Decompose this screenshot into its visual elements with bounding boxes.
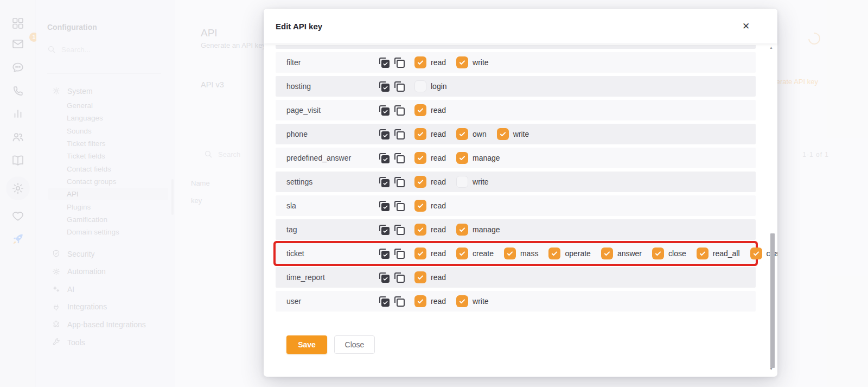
scroll-up-arrow[interactable]: ▲ [769, 46, 773, 49]
checkbox-checked-mass[interactable] [504, 248, 516, 259]
checkbox-checked-read[interactable] [414, 200, 426, 212]
copy-permissions-icon[interactable] [394, 248, 405, 259]
checkbox-checked-operate[interactable] [548, 248, 560, 259]
checkbox-checked-write[interactable] [497, 128, 509, 140]
save-button[interactable]: Save [286, 335, 327, 354]
cancel-button[interactable]: Close [334, 335, 375, 354]
copy-permissions-icon[interactable] [394, 296, 405, 307]
permission-row-phone: phonereadownwrite [276, 124, 756, 144]
checkbox-checked-change_state[interactable] [750, 248, 762, 259]
modal-title: Edit API key [276, 22, 322, 31]
permission-resource-name: ticket [286, 249, 379, 258]
checkbox-checked-manage[interactable] [456, 224, 468, 236]
stack-front [397, 227, 405, 235]
checkbox-checked-create[interactable] [456, 248, 468, 259]
permission-label: write [473, 297, 489, 306]
select-all-permissions-icon[interactable] [379, 153, 390, 164]
stack-front [381, 107, 390, 116]
modal-scrollbar-thumb[interactable] [770, 233, 775, 368]
permission-ticket-read_all: read_all [697, 248, 740, 259]
copy-permissions-icon[interactable] [394, 153, 405, 164]
checkbox-checked-read[interactable] [414, 224, 426, 236]
copy-permissions-icon[interactable] [394, 57, 405, 68]
checkbox-checked-own[interactable] [456, 128, 468, 140]
copy-permissions-icon[interactable] [394, 105, 405, 116]
permission-row-tag: tagreadmanage [276, 219, 756, 240]
checkbox-checked-answer[interactable] [601, 248, 613, 259]
permission-label: mass [520, 249, 538, 258]
select-all-permissions-icon[interactable] [379, 272, 390, 283]
permission-resource-name: settings [286, 177, 379, 186]
close-icon[interactable]: ✕ [739, 20, 752, 33]
permission-resource-name: sla [286, 201, 379, 210]
permission-label: write [473, 58, 489, 67]
permission-row-time_report: time_reportread [276, 267, 756, 288]
select-all-permissions-icon[interactable] [379, 176, 390, 188]
permission-label: close [668, 249, 686, 258]
checkbox-checked-close[interactable] [652, 248, 664, 259]
permission-page_visit-read: read [414, 104, 446, 116]
permission-tag-read: read [414, 224, 446, 236]
permission-filter-write: write [456, 56, 489, 68]
permission-settings-write: write [456, 176, 489, 188]
modal-body: filterreadwritehostingloginpage_visitrea… [264, 43, 777, 377]
permission-tag-manage: manage [456, 224, 500, 236]
permission-label: answer [617, 249, 642, 258]
permission-row-filter: filterreadwrite [276, 52, 756, 73]
permission-row-sla: slaread [276, 195, 756, 216]
select-all-permissions-icon[interactable] [379, 105, 390, 116]
select-all-permissions-icon[interactable] [379, 248, 390, 259]
stack-front [381, 251, 390, 259]
checkbox-checked-read[interactable] [414, 248, 426, 259]
stack-front [381, 227, 390, 235]
app-root: 1 Configuration Search... SystemGeneralL… [0, 0, 868, 387]
checkbox-checked-read[interactable] [414, 295, 426, 307]
select-all-permissions-icon[interactable] [379, 129, 390, 140]
checkbox-checked-write[interactable] [456, 56, 468, 68]
stack-front [397, 179, 405, 187]
checkbox-checked-read[interactable] [414, 56, 426, 68]
checkbox-checked-read[interactable] [414, 104, 426, 116]
permission-resource-name: tag [286, 225, 379, 234]
permission-label: read_all [713, 249, 740, 258]
copy-permissions-icon[interactable] [394, 272, 405, 283]
permission-predefined_answer-read: read [414, 152, 446, 164]
checkbox-unchecked-login[interactable] [414, 80, 426, 92]
permission-ticket-create: create [456, 248, 494, 259]
stack-front [397, 107, 405, 116]
stack-front [397, 84, 405, 92]
select-all-permissions-icon[interactable] [379, 296, 390, 307]
scroll-down-arrow[interactable]: ▼ [769, 367, 773, 371]
checkbox-checked-read[interactable] [414, 128, 426, 140]
permission-time_report-read: read [414, 271, 446, 283]
permission-row-page_visit: page_visitread [276, 100, 756, 120]
permission-label: login [431, 82, 447, 91]
checkbox-checked-read[interactable] [414, 152, 426, 164]
permission-settings-read: read [414, 176, 446, 188]
checkbox-checked-manage[interactable] [456, 152, 468, 164]
checkbox-checked-write[interactable] [456, 295, 468, 307]
checkbox-checked-read_all[interactable] [697, 248, 709, 259]
permission-ticket-operate: operate [548, 248, 590, 259]
select-all-permissions-icon[interactable] [379, 224, 390, 236]
checkbox-unchecked-write[interactable] [456, 176, 468, 188]
copy-permissions-icon[interactable] [394, 81, 405, 92]
permission-phone-read: read [414, 128, 446, 140]
permission-row-ticket: ticketreadcreatemassoperateanswerclosere… [276, 243, 756, 264]
copy-permissions-icon[interactable] [394, 176, 405, 188]
stack-front [397, 275, 405, 283]
stack-front [397, 155, 405, 163]
stack-front [397, 60, 405, 68]
copy-permissions-icon[interactable] [394, 200, 405, 212]
permission-label: read [431, 154, 446, 162]
copy-permissions-icon[interactable] [394, 224, 405, 236]
copy-permissions-icon[interactable] [394, 129, 405, 140]
select-all-permissions-icon[interactable] [379, 81, 390, 92]
permission-label: write [473, 177, 489, 186]
select-all-permissions-icon[interactable] [379, 57, 390, 68]
select-all-permissions-icon[interactable] [379, 200, 390, 212]
checkbox-checked-read[interactable] [414, 176, 426, 188]
permission-hosting-login: login [414, 80, 447, 92]
permission-resource-name: filter [286, 58, 379, 67]
checkbox-checked-read[interactable] [414, 271, 426, 283]
